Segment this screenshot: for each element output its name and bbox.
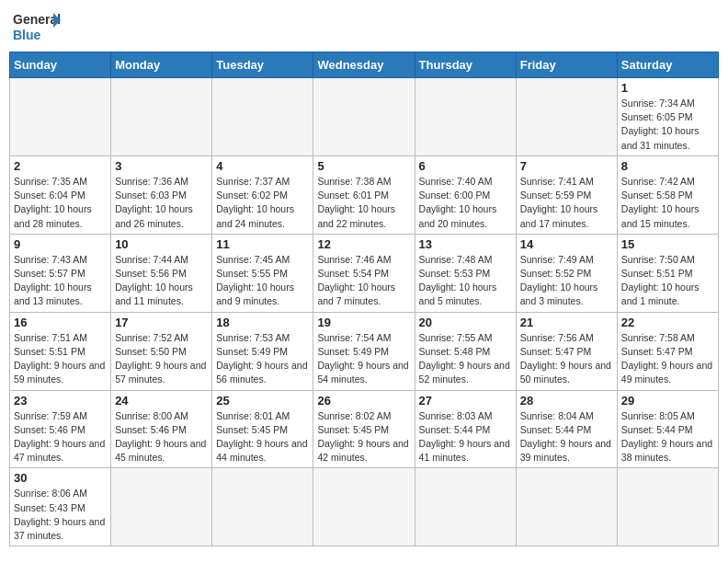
calendar-day-cell: 22Sunrise: 7:58 AM Sunset: 5:47 PM Dayli… — [617, 312, 718, 390]
calendar-day-cell: 3Sunrise: 7:36 AM Sunset: 6:03 PM Daylig… — [111, 155, 212, 234]
calendar-day-cell: 16Sunrise: 7:51 AM Sunset: 5:51 PM Dayli… — [10, 312, 111, 390]
day-number: 16 — [14, 316, 107, 329]
calendar-day-cell: 6Sunrise: 7:40 AM Sunset: 6:00 PM Daylig… — [415, 155, 516, 234]
calendar-day-cell: 26Sunrise: 8:02 AM Sunset: 5:45 PM Dayli… — [313, 390, 415, 468]
calendar-day-cell: 11Sunrise: 7:45 AM Sunset: 5:55 PM Dayli… — [212, 234, 313, 312]
day-number: 6 — [419, 159, 512, 173]
calendar-day-cell — [111, 468, 212, 546]
day-info: Sunrise: 7:42 AM Sunset: 5:58 PM Dayligh… — [621, 175, 714, 231]
calendar-day-cell: 8Sunrise: 7:42 AM Sunset: 5:58 PM Daylig… — [617, 155, 718, 234]
calendar-day-cell: 25Sunrise: 8:01 AM Sunset: 5:45 PM Dayli… — [212, 390, 313, 468]
day-number: 30 — [14, 471, 107, 485]
day-number: 5 — [317, 159, 410, 173]
day-number: 3 — [115, 159, 208, 173]
day-info: Sunrise: 7:52 AM Sunset: 5:50 PM Dayligh… — [115, 331, 208, 387]
day-info: Sunrise: 7:40 AM Sunset: 6:00 PM Dayligh… — [419, 175, 512, 231]
calendar-day-cell: 13Sunrise: 7:48 AM Sunset: 5:53 PM Dayli… — [415, 234, 516, 312]
day-info: Sunrise: 7:48 AM Sunset: 5:53 PM Dayligh… — [419, 253, 512, 309]
calendar-day-cell — [415, 78, 516, 156]
calendar-day-cell: 20Sunrise: 7:55 AM Sunset: 5:48 PM Dayli… — [415, 312, 516, 390]
calendar-day-cell: 24Sunrise: 8:00 AM Sunset: 5:46 PM Dayli… — [111, 390, 212, 468]
calendar-week-row: 1Sunrise: 7:34 AM Sunset: 6:05 PM Daylig… — [10, 78, 719, 156]
calendar-table: SundayMondayTuesdayWednesdayThursdayFrid… — [9, 52, 719, 546]
day-number: 19 — [317, 316, 410, 329]
calendar-day-cell: 5Sunrise: 7:38 AM Sunset: 6:01 PM Daylig… — [313, 155, 415, 234]
day-number: 15 — [621, 237, 714, 251]
weekday-header-saturday: Saturday — [617, 52, 718, 78]
day-number: 18 — [216, 316, 309, 329]
day-info: Sunrise: 7:58 AM Sunset: 5:47 PM Dayligh… — [621, 331, 714, 387]
day-number: 12 — [317, 237, 410, 251]
logo-svg: General Blue — [13, 9, 61, 44]
logo: General Blue — [13, 9, 61, 44]
weekday-header-monday: Monday — [111, 52, 212, 78]
calendar-day-cell — [111, 78, 212, 156]
calendar-day-cell: 2Sunrise: 7:35 AM Sunset: 6:04 PM Daylig… — [10, 155, 111, 234]
calendar-day-cell: 15Sunrise: 7:50 AM Sunset: 5:51 PM Dayli… — [617, 234, 718, 312]
day-info: Sunrise: 8:05 AM Sunset: 5:44 PM Dayligh… — [621, 409, 714, 465]
calendar-day-cell: 10Sunrise: 7:44 AM Sunset: 5:56 PM Dayli… — [111, 234, 212, 312]
calendar-day-cell: 18Sunrise: 7:53 AM Sunset: 5:49 PM Dayli… — [212, 312, 313, 390]
calendar-day-cell: 28Sunrise: 8:04 AM Sunset: 5:44 PM Dayli… — [516, 390, 617, 468]
day-number: 2 — [14, 159, 107, 173]
calendar-day-cell: 19Sunrise: 7:54 AM Sunset: 5:49 PM Dayli… — [313, 312, 415, 390]
day-info: Sunrise: 7:41 AM Sunset: 5:59 PM Dayligh… — [520, 175, 613, 231]
day-info: Sunrise: 7:51 AM Sunset: 5:51 PM Dayligh… — [14, 331, 107, 387]
weekday-header-friday: Friday — [516, 52, 617, 78]
calendar-day-cell: 12Sunrise: 7:46 AM Sunset: 5:54 PM Dayli… — [313, 234, 415, 312]
calendar-day-cell — [617, 468, 718, 546]
calendar-day-cell — [212, 78, 313, 156]
day-number: 27 — [419, 394, 512, 408]
day-info: Sunrise: 8:03 AM Sunset: 5:44 PM Dayligh… — [419, 409, 512, 465]
day-info: Sunrise: 7:55 AM Sunset: 5:48 PM Dayligh… — [419, 331, 512, 387]
day-number: 17 — [115, 316, 208, 329]
calendar-day-cell: 9Sunrise: 7:43 AM Sunset: 5:57 PM Daylig… — [10, 234, 111, 312]
day-number: 29 — [621, 394, 714, 408]
calendar-week-row: 16Sunrise: 7:51 AM Sunset: 5:51 PM Dayli… — [10, 312, 719, 390]
day-info: Sunrise: 7:53 AM Sunset: 5:49 PM Dayligh… — [216, 331, 309, 387]
weekday-header-tuesday: Tuesday — [212, 52, 313, 78]
day-number: 13 — [419, 237, 512, 251]
day-number: 23 — [14, 394, 107, 408]
day-info: Sunrise: 7:34 AM Sunset: 6:05 PM Dayligh… — [621, 97, 714, 153]
day-number: 22 — [621, 316, 714, 329]
day-info: Sunrise: 7:38 AM Sunset: 6:01 PM Dayligh… — [317, 175, 410, 231]
day-info: Sunrise: 7:45 AM Sunset: 5:55 PM Dayligh… — [216, 253, 309, 309]
calendar-day-cell — [313, 468, 415, 546]
day-info: Sunrise: 7:54 AM Sunset: 5:49 PM Dayligh… — [317, 331, 410, 387]
day-number: 1 — [621, 81, 714, 95]
weekday-header-thursday: Thursday — [415, 52, 516, 78]
day-info: Sunrise: 7:37 AM Sunset: 6:02 PM Dayligh… — [216, 175, 309, 231]
weekday-header-row: SundayMondayTuesdayWednesdayThursdayFrid… — [10, 52, 719, 78]
day-number: 8 — [621, 159, 714, 173]
day-number: 20 — [419, 316, 512, 329]
day-number: 14 — [520, 237, 613, 251]
day-number: 25 — [216, 394, 309, 408]
day-info: Sunrise: 7:49 AM Sunset: 5:52 PM Dayligh… — [520, 253, 613, 309]
calendar-day-cell: 1Sunrise: 7:34 AM Sunset: 6:05 PM Daylig… — [617, 78, 718, 156]
calendar-day-cell: 27Sunrise: 8:03 AM Sunset: 5:44 PM Dayli… — [415, 390, 516, 468]
weekday-header-sunday: Sunday — [10, 52, 111, 78]
calendar-day-cell: 29Sunrise: 8:05 AM Sunset: 5:44 PM Dayli… — [617, 390, 718, 468]
day-number: 7 — [520, 159, 613, 173]
svg-text:Blue: Blue — [13, 28, 41, 42]
day-info: Sunrise: 8:01 AM Sunset: 5:45 PM Dayligh… — [216, 409, 309, 465]
day-number: 24 — [115, 394, 208, 408]
day-info: Sunrise: 7:56 AM Sunset: 5:47 PM Dayligh… — [520, 331, 613, 387]
day-info: Sunrise: 7:36 AM Sunset: 6:03 PM Dayligh… — [115, 175, 208, 231]
day-info: Sunrise: 8:00 AM Sunset: 5:46 PM Dayligh… — [115, 409, 208, 465]
calendar-day-cell: 17Sunrise: 7:52 AM Sunset: 5:50 PM Dayli… — [111, 312, 212, 390]
calendar-week-row: 9Sunrise: 7:43 AM Sunset: 5:57 PM Daylig… — [10, 234, 719, 312]
calendar-day-cell — [516, 78, 617, 156]
calendar-day-cell — [415, 468, 516, 546]
calendar-day-cell: 23Sunrise: 7:59 AM Sunset: 5:46 PM Dayli… — [10, 390, 111, 468]
calendar-day-cell: 30Sunrise: 8:06 AM Sunset: 5:43 PM Dayli… — [10, 468, 111, 546]
calendar-week-row: 2Sunrise: 7:35 AM Sunset: 6:04 PM Daylig… — [10, 155, 719, 234]
weekday-header-wednesday: Wednesday — [313, 52, 415, 78]
calendar-day-cell: 21Sunrise: 7:56 AM Sunset: 5:47 PM Dayli… — [516, 312, 617, 390]
calendar-day-cell: 4Sunrise: 7:37 AM Sunset: 6:02 PM Daylig… — [212, 155, 313, 234]
day-info: Sunrise: 7:46 AM Sunset: 5:54 PM Dayligh… — [317, 253, 410, 309]
calendar-day-cell — [212, 468, 313, 546]
day-number: 4 — [216, 159, 309, 173]
calendar-day-cell — [10, 78, 111, 156]
